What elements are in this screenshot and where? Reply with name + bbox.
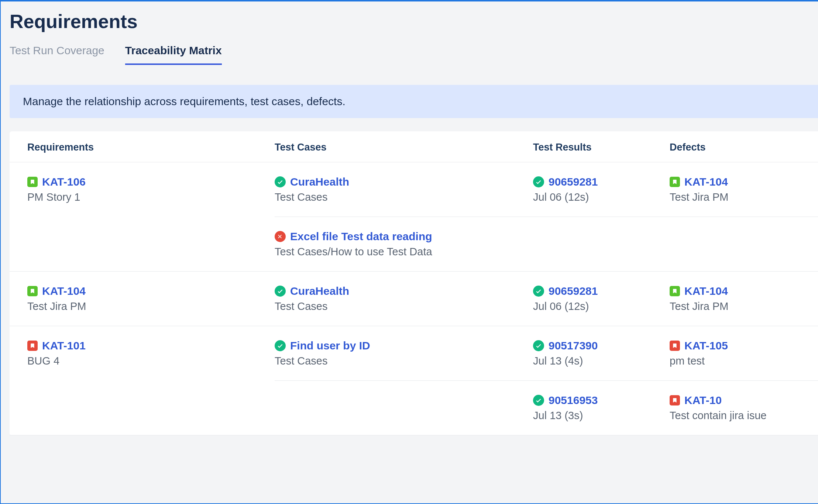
status-pass-icon <box>533 340 544 351</box>
jira-issue-icon <box>670 286 680 296</box>
status-pass-icon <box>275 340 286 351</box>
defect-cell: KAT-10 Test contain jira isue <box>670 381 800 435</box>
column-defects: Defects <box>670 142 800 153</box>
test-case-cell: CuraHealth Test Cases <box>275 162 533 217</box>
defect-link[interactable]: KAT-104 <box>684 176 728 188</box>
table-row: Excel file Test data reading Test Cases/… <box>10 217 818 271</box>
test-case-link[interactable]: Find user by ID <box>290 339 370 352</box>
table-row-group: KAT-101 BUG 4 Find user by ID Test Cases… <box>10 326 818 435</box>
status-pass-icon <box>533 286 544 297</box>
table-row: KAT-106 PM Story 1 CuraHealth Test Cases… <box>10 162 818 217</box>
requirement-link[interactable]: KAT-101 <box>42 339 86 352</box>
test-case-path: Test Cases <box>275 300 533 313</box>
test-case-link[interactable]: CuraHealth <box>290 176 349 188</box>
test-result-cell: 90659281 Jul 06 (12s) <box>533 162 670 217</box>
defect-cell: KAT-104 Test Jira PM <box>670 162 800 217</box>
test-case-cell: Find user by ID Test Cases <box>275 326 533 380</box>
requirement-cell: KAT-106 PM Story 1 <box>27 162 275 217</box>
jira-issue-icon <box>27 286 38 296</box>
test-result-link[interactable]: 90517390 <box>549 339 598 352</box>
requirement-link[interactable]: KAT-106 <box>42 176 86 188</box>
requirement-desc: BUG 4 <box>27 355 275 367</box>
jira-issue-icon <box>27 341 38 351</box>
defect-desc: Test Jira PM <box>670 300 800 313</box>
tab-bar: Test Run Coverage Traceability Matrix <box>10 44 818 65</box>
test-result-time: Jul 13 (3s) <box>533 410 670 422</box>
column-requirements: Requirements <box>27 142 275 153</box>
table-row: KAT-101 BUG 4 Find user by ID Test Cases… <box>10 326 818 380</box>
test-case-link[interactable]: CuraHealth <box>290 285 349 297</box>
jira-issue-icon <box>670 395 680 405</box>
defect-cell: KAT-104 Test Jira PM <box>670 272 800 326</box>
requirement-cell: KAT-101 BUG 4 <box>27 326 275 380</box>
jira-issue-icon <box>27 177 38 187</box>
test-result-time: Jul 13 (4s) <box>533 355 670 367</box>
requirement-desc: Test Jira PM <box>27 300 275 313</box>
test-case-path: Test Cases <box>275 355 533 367</box>
tab-test-run-coverage[interactable]: Test Run Coverage <box>10 44 104 65</box>
defect-link[interactable]: KAT-104 <box>684 285 728 297</box>
defect-desc: Test contain jira isue <box>670 410 800 422</box>
page-container: Requirements Test Run Coverage Traceabil… <box>1 1 818 435</box>
jira-issue-icon <box>670 341 680 351</box>
status-fail-icon <box>275 231 286 242</box>
defect-link[interactable]: KAT-105 <box>684 339 728 352</box>
table-row: KAT-104 Test Jira PM CuraHealth Test Cas… <box>10 272 818 326</box>
traceability-table: Requirements Test Cases Test Results Def… <box>10 131 818 435</box>
test-case-cell: CuraHealth Test Cases <box>275 272 533 326</box>
test-result-link[interactable]: 90659281 <box>549 285 598 297</box>
status-pass-icon <box>275 176 286 187</box>
status-pass-icon <box>533 395 544 406</box>
test-result-cell: 90659281 Jul 06 (12s) <box>533 272 670 326</box>
table-body: KAT-106 PM Story 1 CuraHealth Test Cases… <box>10 162 818 435</box>
column-test-results: Test Results <box>533 142 670 153</box>
column-test-cases: Test Cases <box>275 142 533 153</box>
test-result-link[interactable]: 90516953 <box>549 394 598 407</box>
jira-issue-icon <box>670 177 680 187</box>
page-title: Requirements <box>10 10 818 32</box>
test-case-path: Test Cases <box>275 191 533 203</box>
defect-desc: pm test <box>670 355 800 367</box>
test-case-link[interactable]: Excel file Test data reading <box>290 230 432 243</box>
defect-cell: KAT-105 pm test <box>670 326 800 380</box>
test-result-time: Jul 06 (12s) <box>533 191 670 203</box>
requirement-link[interactable]: KAT-104 <box>42 285 86 297</box>
info-banner: Manage the relationship across requireme… <box>10 85 818 118</box>
table-row-group: KAT-106 PM Story 1 CuraHealth Test Cases… <box>10 162 818 272</box>
test-result-cell: 90516953 Jul 13 (3s) <box>533 381 670 435</box>
status-pass-icon <box>275 286 286 297</box>
tab-traceability-matrix[interactable]: Traceability Matrix <box>125 44 222 65</box>
defect-desc: Test Jira PM <box>670 191 800 203</box>
test-result-link[interactable]: 90659281 <box>549 176 598 188</box>
test-result-time: Jul 06 (12s) <box>533 300 670 313</box>
table-row-group: KAT-104 Test Jira PM CuraHealth Test Cas… <box>10 272 818 326</box>
test-result-cell: 90517390 Jul 13 (4s) <box>533 326 670 380</box>
test-case-cell: Excel file Test data reading Test Cases/… <box>275 217 533 271</box>
status-pass-icon <box>533 176 544 187</box>
defect-link[interactable]: KAT-10 <box>684 394 722 407</box>
test-case-path: Test Cases/How to use Test Data <box>275 246 533 258</box>
table-row: 90516953 Jul 13 (3s) KAT-10 Test contain… <box>10 381 818 435</box>
table-header-row: Requirements Test Cases Test Results Def… <box>10 131 818 162</box>
requirement-cell: KAT-104 Test Jira PM <box>27 272 275 326</box>
requirement-desc: PM Story 1 <box>27 191 275 203</box>
